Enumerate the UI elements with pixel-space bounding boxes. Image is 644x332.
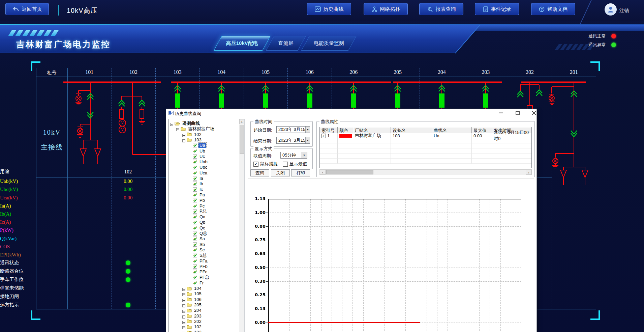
tree-item-Qa[interactable]: Qa — [188, 214, 206, 220]
tree-item-102[interactable]: 102 — [182, 132, 203, 137]
nav-button-2[interactable]: 网络拓扑 — [364, 3, 408, 15]
props-column-header[interactable]: 曲线名 — [432, 127, 472, 133]
cabinet-number: 104 — [208, 69, 235, 75]
tree-expander-icon[interactable] — [182, 292, 185, 295]
tree-item-Fr[interactable]: Fr — [188, 280, 205, 286]
tree-item-S总[interactable]: S总 — [188, 252, 208, 258]
tree-item-PFc[interactable]: PFc — [188, 269, 208, 275]
props-empty-cell — [338, 154, 353, 159]
tree-scrollbar[interactable]: ▲ — [239, 119, 244, 332]
tree-item-205[interactable]: 205 — [182, 302, 203, 308]
scroll-up-icon[interactable]: ▲ — [239, 119, 244, 124]
print-button[interactable]: 打印 — [291, 169, 310, 176]
props-h-scrollbar[interactable]: ‹ › — [319, 169, 532, 175]
nav-button-3[interactable]: 报表查询 — [419, 3, 463, 15]
tree-item-Ub[interactable]: Ub — [188, 148, 206, 154]
tree-expander-icon[interactable] — [182, 314, 185, 317]
tree-item-Ic[interactable]: Ic — [188, 187, 204, 192]
tree-item-103[interactable]: 103 — [182, 137, 203, 143]
tab-直流屏[interactable]: 直流屏 — [266, 36, 306, 51]
tree-expander-icon[interactable] — [182, 303, 185, 306]
mouse-capture-checkbox[interactable]: ✓ 鼠标捕捉 — [253, 161, 278, 167]
comm-status-label: 通讯正常 — [588, 33, 607, 39]
period-select[interactable]: 05分钟 ▼ — [280, 152, 307, 159]
tree-item-Uc[interactable]: Uc — [188, 154, 206, 159]
tree-item-106[interactable]: 106 — [182, 297, 203, 302]
end-date-select[interactable]: 2023年 3月15 ▼ — [276, 137, 310, 144]
tree-item-Sc[interactable]: Sc — [188, 247, 206, 253]
props-cell[interactable]: ✓1 — [320, 133, 338, 138]
tree-item-PF总[interactable]: PF总 — [188, 274, 211, 280]
props-column-header[interactable]: 最大值 — [472, 127, 492, 133]
tree-expander-icon[interactable] — [182, 320, 185, 323]
dropdown-arrow-icon[interactable]: ▼ — [301, 152, 307, 158]
tab-高压10kV配电[interactable]: 高压10kV配电 — [214, 36, 271, 51]
tree-item-105[interactable]: 105 — [182, 291, 203, 297]
tree-item-Sb[interactable]: Sb — [188, 242, 206, 247]
tree-item-遥测曲线[interactable]: 遥测曲线 — [170, 120, 201, 126]
tree-item-102[interactable]: 102 — [182, 324, 203, 330]
tree-item-PFa[interactable]: PFa — [188, 258, 209, 264]
nav-button-5[interactable]: ?帮助文档 — [531, 3, 575, 15]
tree-item-PFb[interactable]: PFb — [188, 264, 209, 269]
checkbox-icon[interactable]: ✓ — [253, 162, 258, 167]
props-column-header[interactable]: 设备名 — [391, 127, 432, 133]
dialog-title-bar[interactable]: 历史曲线查询 — [166, 109, 536, 117]
back-home-button[interactable]: 返回首页 — [5, 3, 49, 15]
scroll-right-icon[interactable]: › — [526, 170, 531, 175]
query-button[interactable]: 查询 — [250, 169, 269, 176]
tree-item-Pa[interactable]: Pa — [188, 192, 206, 198]
tree-item-202[interactable]: 202 — [182, 319, 203, 324]
nav-button-4[interactable]: 事件记录 — [475, 3, 519, 15]
tree-item-Ua[interactable]: Ua — [188, 142, 206, 148]
nav-button-1[interactable]: 历史曲线 — [307, 3, 351, 15]
tree-expander-icon[interactable] — [182, 138, 185, 141]
logout-button[interactable]: 注销 — [619, 8, 629, 14]
tree-item-103[interactable]: 103 — [182, 329, 203, 332]
tree-expander-icon[interactable] — [182, 298, 185, 301]
tree-expander-icon[interactable] — [182, 287, 185, 290]
tree-item-Ib[interactable]: Ib — [188, 181, 204, 187]
checkbox-icon[interactable] — [283, 162, 288, 167]
close-button[interactable] — [529, 110, 538, 116]
cabinet-header-label: 柜号 — [36, 70, 67, 76]
tree-item-Ubc[interactable]: Ubc — [188, 164, 208, 170]
tree-expander-icon[interactable] — [176, 127, 179, 130]
close-dialog-button[interactable]: 关闭 — [271, 169, 290, 176]
tree-item-203[interactable]: 203 — [182, 313, 203, 319]
props-column-header[interactable]: 索引号 — [320, 127, 338, 133]
tree-item-吉林财富广场[interactable]: 吉林财富广场 — [176, 126, 215, 132]
tree-expander-icon[interactable] — [170, 122, 173, 125]
tree-item-label: Pb — [198, 198, 206, 203]
tree-item-Pc[interactable]: Pc — [188, 203, 206, 209]
tab-电能质量监测[interactable]: 电能质量监测 — [301, 36, 357, 51]
tree-item-Pb[interactable]: Pb — [188, 197, 206, 203]
tree-item-Qc[interactable]: Qc — [188, 225, 206, 231]
tree-item-Qb[interactable]: Qb — [188, 219, 206, 225]
row-checkbox-icon[interactable]: ✓ — [321, 134, 326, 138]
start-date-select[interactable]: 2023年 3月15 ▼ — [276, 126, 310, 133]
scroll-left-icon[interactable]: ‹ — [320, 170, 326, 175]
tree-item-Ia[interactable]: Ia — [188, 175, 204, 181]
tree-scroll-thumb[interactable] — [240, 125, 244, 154]
tree-expander-icon[interactable] — [182, 309, 185, 312]
tree-item-P总[interactable]: P总 — [188, 209, 208, 214]
tree-expander-icon[interactable] — [182, 325, 185, 328]
tree-expander-icon[interactable] — [182, 331, 185, 332]
tree-item-Uab[interactable]: Uab — [188, 159, 209, 165]
props-scroll-thumb[interactable] — [326, 170, 373, 174]
minimize-button[interactable] — [496, 110, 505, 116]
tree-expander-icon[interactable] — [182, 133, 185, 136]
show-extremes-checkbox[interactable]: 显示最值 — [283, 161, 307, 167]
dropdown-arrow-icon[interactable]: ▼ — [305, 127, 310, 133]
tree-item-204[interactable]: 204 — [182, 307, 203, 313]
tree-item-Uca[interactable]: Uca — [188, 170, 208, 176]
tree-item-104[interactable]: 104 — [182, 285, 203, 291]
user-avatar-icon[interactable] — [605, 3, 617, 16]
dropdown-arrow-icon[interactable]: ▼ — [305, 137, 310, 143]
maximize-button[interactable] — [513, 110, 522, 116]
props-column-header[interactable]: 颜色 — [338, 127, 353, 133]
tree-item-Q总[interactable]: Q总 — [188, 230, 208, 236]
tree-item-Sa[interactable]: Sa — [188, 236, 206, 242]
corner-bracket-icon — [31, 61, 40, 71]
